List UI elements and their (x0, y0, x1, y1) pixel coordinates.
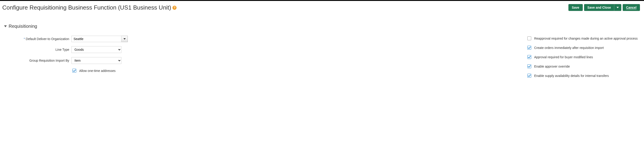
supply-avail-label[interactable]: Enable supply availability details for i… (534, 74, 609, 78)
field-line-type: Line Type Goods (11, 46, 138, 53)
create-orders-label[interactable]: Create orders immediately after requisit… (534, 46, 604, 50)
section-header: Requisitioning (4, 24, 640, 29)
svg-marker-2 (124, 38, 126, 40)
save-button-label: Save (572, 6, 579, 9)
group-import-select[interactable]: Item (72, 57, 122, 64)
save-and-close-label: Save and Close (588, 6, 611, 9)
allow-one-time-label[interactable]: Allow one-time addresses (79, 69, 116, 72)
left-column: *Default Deliver-to Organization Line Ty… (11, 36, 138, 78)
cancel-button-label: Cancel (626, 6, 636, 9)
page-title: Configure Requisitioning Business Functi… (2, 4, 171, 11)
save-and-close-split: Save and Close (584, 4, 622, 11)
action-buttons: Save Save and Close Cancel (568, 4, 640, 11)
approval-buyer-checkbox[interactable] (527, 55, 531, 59)
save-and-close-dropdown[interactable] (614, 4, 621, 11)
field-reapproval: Reapproval required for changes made dur… (526, 36, 638, 41)
reapproval-label[interactable]: Reapproval required for changes made dur… (534, 37, 638, 40)
right-column: Reapproval required for changes made dur… (526, 36, 640, 78)
line-type-select[interactable]: Goods (72, 46, 122, 53)
required-indicator: * (24, 37, 25, 40)
field-supply-avail: Enable supply availability details for i… (526, 73, 638, 78)
svg-marker-1 (4, 25, 7, 27)
deliver-to-dropdown-button[interactable] (122, 36, 128, 42)
deliver-to-combobox (72, 36, 128, 42)
reapproval-checkbox[interactable] (527, 36, 531, 40)
page-title-wrap: Configure Requisitioning Business Functi… (2, 4, 176, 11)
deliver-to-input[interactable] (72, 36, 122, 42)
caret-down-icon (124, 38, 126, 40)
allow-one-time-checkbox[interactable] (72, 69, 76, 72)
svg-marker-0 (616, 7, 619, 8)
field-approver-override: Enable approver override (526, 64, 638, 69)
section-title: Requisitioning (8, 24, 37, 29)
supply-avail-checkbox[interactable] (527, 74, 531, 78)
page-container: Configure Requisitioning Business Functi… (0, 1, 644, 85)
field-default-deliver-to: *Default Deliver-to Organization (11, 36, 138, 42)
requisitioning-section: Requisitioning *Default Deliver-to Organ… (2, 24, 640, 78)
line-type-label: Line Type (11, 48, 69, 51)
approver-override-checkbox[interactable] (527, 64, 531, 68)
deliver-to-label: *Default Deliver-to Organization (11, 37, 69, 41)
approval-buyer-label[interactable]: Approval required for buyer modified lin… (534, 55, 593, 59)
triangle-down-icon (4, 25, 7, 28)
save-and-close-button[interactable]: Save and Close (584, 4, 614, 11)
field-allow-one-time: Allow one-time addresses (11, 68, 138, 73)
deliver-to-label-text: Default Deliver-to Organization (26, 37, 69, 41)
field-group-import: Group Requisition Import By Item (11, 57, 138, 64)
collapse-toggle-icon[interactable] (4, 25, 7, 28)
save-button[interactable]: Save (568, 4, 583, 11)
form-area: *Default Deliver-to Organization Line Ty… (2, 36, 640, 78)
group-import-label: Group Requisition Import By (11, 59, 69, 62)
cancel-button[interactable]: Cancel (623, 4, 640, 11)
approver-override-label[interactable]: Enable approver override (534, 65, 570, 68)
field-approval-buyer: Approval required for buyer modified lin… (526, 54, 638, 60)
help-icon[interactable]: ? (172, 6, 176, 10)
caret-down-icon (616, 6, 619, 9)
page-header: Configure Requisitioning Business Functi… (2, 4, 640, 11)
field-create-orders: Create orders immediately after requisit… (526, 45, 638, 50)
create-orders-checkbox[interactable] (527, 46, 531, 50)
